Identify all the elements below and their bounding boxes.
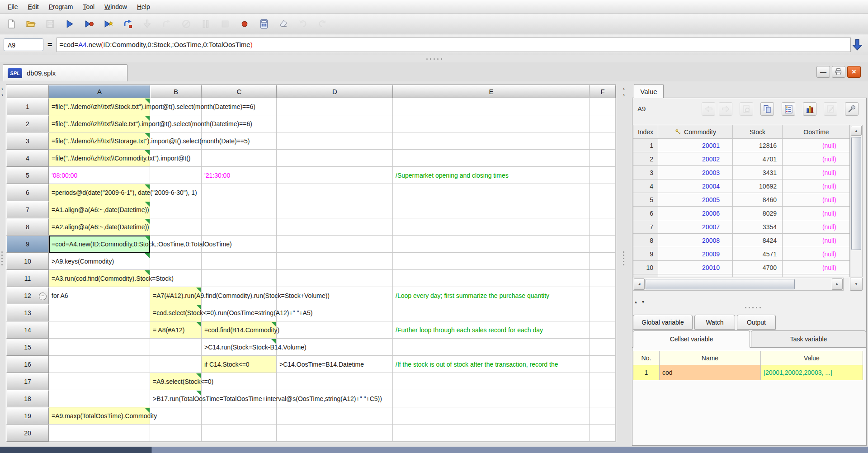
cell-B5[interactable] (150, 167, 202, 184)
breakpoint-button[interactable] (239, 18, 250, 30)
cell-D9[interactable] (277, 236, 393, 253)
cell-E10[interactable] (393, 253, 590, 270)
value-row-11-index[interactable]: 11 (633, 274, 658, 277)
cell-E11[interactable] (393, 270, 590, 287)
value-horizontal-scrollbar[interactable]: ◄► (633, 278, 844, 291)
cell-A15[interactable] (49, 339, 150, 356)
cell-D5[interactable] (277, 167, 393, 184)
run-to-cursor-button[interactable] (103, 18, 114, 30)
row-header-3[interactable]: 3 (6, 132, 49, 150)
tab-value[interactable]: Value (634, 84, 664, 98)
row-header-18[interactable]: 18 (6, 390, 49, 407)
cell-C10[interactable] (202, 253, 277, 270)
value-row-5-oostime[interactable]: (null) (783, 193, 850, 207)
row-header-11[interactable]: 11 (6, 270, 49, 287)
cell-C19[interactable] (202, 407, 277, 425)
value-row-11-commodity[interactable]: 20011 (658, 274, 733, 277)
scroll-up-button[interactable]: ▲ (851, 126, 862, 136)
row-header-13[interactable]: 13 (6, 304, 49, 321)
collapse-loop-button[interactable]: − (39, 293, 47, 300)
cell-B19[interactable] (150, 407, 202, 425)
vertical-scroll-thumb[interactable] (851, 137, 861, 250)
row-header-15[interactable]: 15 (6, 339, 49, 356)
open-file-button[interactable] (25, 18, 37, 30)
row-header-8[interactable]: 8 (6, 218, 49, 236)
debug-run-button[interactable] (83, 18, 95, 30)
cell-E20[interactable] (393, 425, 590, 442)
cell-F15[interactable] (590, 339, 616, 356)
value-row-3-commodity[interactable]: 20003 (658, 166, 733, 179)
row-header-4[interactable]: 4 (6, 150, 49, 167)
value-vertical-scrollbar[interactable]: ▲ (850, 125, 863, 277)
menu-file[interactable]: File (3, 1, 23, 12)
cell-F4[interactable] (590, 150, 616, 167)
cell-A14[interactable] (49, 321, 150, 339)
menu-program[interactable]: Program (44, 1, 78, 12)
value-table-header-stock[interactable]: Stock (733, 125, 783, 139)
value-row-2-oostime[interactable]: (null) (783, 152, 850, 166)
cell-E13[interactable] (393, 304, 590, 321)
cell-E15[interactable] (393, 339, 590, 356)
row-header-5[interactable]: 5 (6, 167, 49, 184)
cell-D8[interactable] (277, 218, 393, 236)
scroll-down-button[interactable]: ▼ (850, 278, 863, 291)
cell-E4[interactable] (393, 150, 590, 167)
value-row-10-index[interactable]: 10 (633, 261, 658, 274)
value-row-6-commodity[interactable]: 20006 (658, 207, 733, 220)
value-row-2-stock[interactable]: 4701 (733, 152, 783, 166)
column-header-F[interactable]: F (590, 85, 616, 98)
cell-C6[interactable] (202, 184, 277, 201)
row-header-1[interactable]: 1 (6, 98, 49, 115)
row-header-14[interactable]: 14 (6, 321, 49, 339)
cell-A16[interactable] (49, 356, 150, 373)
minimize-button[interactable]: — (816, 66, 830, 78)
panel-splitter-collapse-left[interactable]: ‹ (623, 86, 625, 91)
variable-row-no[interactable]: 1 (633, 365, 660, 380)
cell-D1[interactable] (277, 98, 393, 115)
value-row-7-commodity[interactable]: 20007 (658, 220, 733, 234)
tab-watch[interactable]: Watch (694, 315, 735, 330)
cell-D11[interactable] (277, 270, 393, 287)
cell-E1[interactable] (393, 98, 590, 115)
value-row-3-oostime[interactable]: (null) (783, 166, 850, 179)
cell-E6[interactable] (393, 184, 590, 201)
column-header-D[interactable]: D (277, 85, 393, 98)
variable-row-name[interactable]: cod (659, 365, 761, 380)
cell-E8[interactable] (393, 218, 590, 236)
cell-C11[interactable] (202, 270, 277, 287)
cell-D7[interactable] (277, 201, 393, 218)
value-row-9-commodity[interactable]: 20009 (658, 247, 733, 261)
cell-D4[interactable] (277, 150, 393, 167)
cell-A17[interactable] (49, 373, 150, 390)
cell-B10[interactable] (150, 253, 202, 270)
menu-help[interactable]: Help (132, 1, 155, 12)
cell-F2[interactable] (590, 115, 616, 132)
panel-expand-down[interactable]: ▾ (642, 299, 644, 305)
menu-window[interactable]: Window (99, 1, 132, 12)
value-row-4-stock[interactable]: 10692 (733, 179, 783, 193)
value-row-8-commodity[interactable]: 20008 (658, 234, 733, 247)
cell-D2[interactable] (277, 115, 393, 132)
panel-splitter-drag-handle[interactable] (623, 250, 624, 267)
cell-E2[interactable] (393, 115, 590, 132)
copy-data-button[interactable] (760, 102, 774, 116)
column-header-A[interactable]: A (49, 85, 150, 98)
value-row-4-index[interactable]: 4 (633, 179, 658, 193)
cell-F8[interactable] (590, 218, 616, 236)
cell-E9[interactable] (393, 236, 590, 253)
row-header-7[interactable]: 7 (6, 201, 49, 218)
value-row-11-stock[interactable]: 2330 (733, 274, 783, 277)
left-splitter-drag-handle[interactable] (1, 250, 3, 267)
value-row-7-index[interactable]: 7 (633, 220, 658, 234)
value-row-2-index[interactable]: 2 (633, 152, 658, 166)
value-row-8-oostime[interactable]: (null) (783, 234, 850, 247)
value-row-1-index[interactable]: 1 (633, 139, 658, 152)
cell-F9[interactable] (590, 236, 616, 253)
cell-B8[interactable] (150, 218, 202, 236)
value-row-1-oostime[interactable]: (null) (783, 139, 850, 152)
cell-F3[interactable] (590, 132, 616, 150)
value-table-header-commodity[interactable]: Commodity (658, 125, 733, 139)
value-row-7-oostime[interactable]: (null) (783, 220, 850, 234)
cell-D6[interactable] (277, 184, 393, 201)
row-header-10[interactable]: 10 (6, 253, 49, 270)
